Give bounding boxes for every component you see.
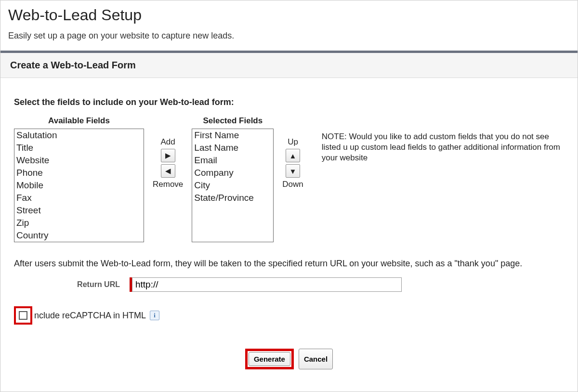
info-icon[interactable]: i — [150, 311, 159, 320]
generate-button[interactable]: Generate — [249, 352, 290, 366]
triangle-down-icon: ▼ — [289, 167, 297, 175]
recaptcha-checkbox[interactable] — [19, 311, 27, 320]
list-item[interactable]: Salutation — [14, 129, 144, 142]
remove-button[interactable]: ◀ — [161, 164, 175, 178]
list-item[interactable]: Email — [192, 154, 273, 167]
return-url-input[interactable] — [132, 277, 402, 292]
list-item[interactable]: State/Province — [192, 192, 273, 204]
recaptcha-row: nclude reCAPTCHA in HTML i — [14, 306, 564, 325]
custom-fields-note: NOTE: Would you like to add custom field… — [312, 131, 564, 163]
generate-button-highlight: Generate — [245, 349, 294, 369]
recaptcha-label: nclude reCAPTCHA in HTML — [34, 311, 146, 321]
move-down-button[interactable]: ▼ — [286, 164, 300, 178]
list-item[interactable]: Mobile — [14, 179, 144, 192]
available-fields-column: Available Fields SalutationTitleWebsiteP… — [14, 116, 144, 242]
list-item[interactable]: Zip — [14, 217, 144, 229]
panel-body: Select the fields to include on your Web… — [0, 78, 578, 379]
add-button[interactable]: ▶ — [161, 149, 175, 162]
selected-fields-listbox[interactable]: First NameLast NameEmailCompanyCityState… — [192, 129, 274, 242]
list-item[interactable]: Website — [14, 154, 144, 167]
remove-label: Remove — [153, 180, 183, 189]
down-label: Down — [282, 180, 303, 189]
cancel-button[interactable]: Cancel — [299, 349, 333, 369]
move-up-button[interactable]: ▲ — [286, 149, 300, 162]
page-container: Web-to-Lead Setup Easily set up a page o… — [0, 0, 578, 392]
triangle-left-icon: ◀ — [165, 167, 171, 175]
action-buttons: Generate Cancel — [14, 349, 564, 369]
page-subtitle: Easily set up a page on your website to … — [0, 27, 578, 51]
available-fields-listbox[interactable]: SalutationTitleWebsitePhoneMobileFaxStre… — [14, 129, 144, 242]
list-item[interactable]: City — [192, 179, 273, 192]
page-title: Web-to-Lead Setup — [0, 0, 578, 27]
list-item[interactable]: First Name — [192, 129, 273, 142]
field-picker: Available Fields SalutationTitleWebsiteP… — [14, 116, 564, 242]
list-item[interactable]: Last Name — [192, 142, 273, 154]
triangle-up-icon: ▲ — [289, 152, 297, 160]
add-label: Add — [161, 137, 175, 147]
list-item[interactable]: Street — [14, 204, 144, 217]
selected-fields-header: Selected Fields — [203, 116, 263, 126]
return-url-description: After users submit the Web-to-Lead form,… — [14, 259, 564, 269]
up-label: Up — [288, 137, 298, 147]
available-fields-header: Available Fields — [48, 116, 110, 126]
list-item[interactable]: Phone — [14, 167, 144, 179]
triangle-right-icon: ▶ — [165, 151, 171, 160]
reorder-controls: Up ▲ ▼ Down — [274, 136, 312, 190]
add-remove-controls: Add ▶ ◀ Remove — [144, 136, 192, 190]
panel-header: Create a Web-to-Lead Form — [0, 53, 578, 78]
return-url-row: Return URL — [14, 277, 564, 292]
list-item[interactable]: Title — [14, 142, 144, 154]
selected-fields-column: Selected Fields First NameLast NameEmail… — [192, 116, 274, 242]
form-panel: Create a Web-to-Lead Form Select the fie… — [0, 51, 578, 379]
recaptcha-checkbox-highlight — [14, 306, 32, 325]
list-item[interactable]: Company — [192, 167, 273, 179]
list-item[interactable]: Country — [14, 229, 144, 242]
field-selection-instructions: Select the fields to include on your Web… — [14, 97, 564, 107]
list-item[interactable]: Fax — [14, 192, 144, 204]
return-url-label: Return URL — [14, 280, 130, 289]
